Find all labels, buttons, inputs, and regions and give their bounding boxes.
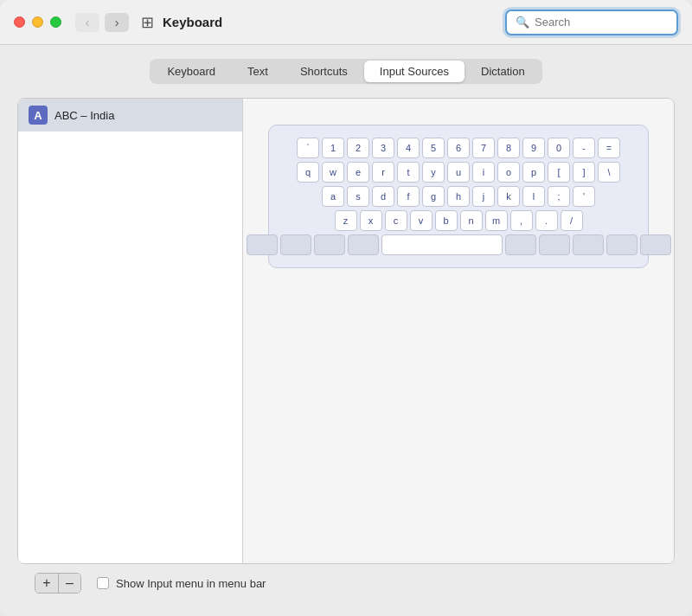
checkbox-area: Show Input menu in menu bar: [97, 577, 266, 590]
key-b[interactable]: b: [435, 210, 458, 231]
key-h[interactable]: h: [447, 186, 470, 207]
sidebar-item-abc-india[interactable]: A ABC – India: [18, 99, 242, 132]
forward-button[interactable]: ›: [105, 13, 129, 32]
search-input[interactable]: [535, 16, 668, 29]
key-i[interactable]: i: [472, 162, 495, 183]
key-q[interactable]: q: [297, 162, 319, 183]
add-remove-buttons: + –: [35, 573, 81, 594]
key-k[interactable]: k: [497, 186, 520, 207]
key-5[interactable]: 5: [422, 138, 445, 158]
key-u[interactable]: u: [447, 162, 470, 183]
key-e[interactable]: e: [347, 162, 369, 183]
key-2[interactable]: 2: [347, 138, 369, 158]
key-comma[interactable]: ,: [510, 210, 533, 231]
key-updown[interactable]: [606, 234, 638, 255]
key-quote[interactable]: ': [573, 186, 595, 207]
keyboard-row-3: a s d f g h j k l ; ': [283, 186, 634, 207]
key-d[interactable]: d: [372, 186, 394, 207]
search-icon: 🔍: [516, 16, 529, 29]
tab-dictation[interactable]: Dictation: [465, 61, 541, 82]
nav-buttons: ‹ ›: [75, 13, 129, 32]
key-f[interactable]: f: [397, 186, 420, 207]
search-bar: 🔍: [505, 10, 678, 35]
checkbox-label: Show Input menu in menu bar: [116, 577, 266, 590]
key-v[interactable]: v: [410, 210, 432, 231]
key-x[interactable]: x: [360, 210, 382, 231]
key-ctrl[interactable]: [280, 234, 311, 255]
tab-input-sources[interactable]: Input Sources: [364, 61, 465, 82]
key-1[interactable]: 1: [322, 138, 344, 158]
grid-icon[interactable]: ⊞: [141, 13, 154, 32]
window-controls: [14, 16, 61, 28]
add-source-button[interactable]: +: [35, 574, 58, 593]
window-title: Keyboard: [163, 15, 505, 29]
tab-keyboard[interactable]: Keyboard: [151, 61, 231, 82]
key-6[interactable]: 6: [447, 138, 470, 158]
sidebar-item-icon: A: [29, 106, 48, 125]
key-7[interactable]: 7: [472, 138, 495, 158]
minimize-button[interactable]: [32, 16, 43, 28]
keyboard-row-4: z x c v b n m , . /: [283, 210, 634, 231]
key-slash[interactable]: /: [561, 210, 583, 231]
key-equals[interactable]: =: [598, 138, 620, 158]
title-bar: ‹ › ⊞ Keyboard 🔍: [0, 0, 692, 45]
key-g[interactable]: g: [422, 186, 445, 207]
keyboard-row-1: ` 1 2 3 4 5 6 7 8 9 0 - =: [283, 138, 634, 158]
remove-source-button[interactable]: –: [58, 574, 80, 593]
key-p[interactable]: p: [522, 162, 545, 183]
key-0[interactable]: 0: [548, 138, 570, 158]
tabs: Keyboard Text Shortcuts Input Sources Di…: [150, 59, 541, 84]
key-m[interactable]: m: [485, 210, 508, 231]
key-y[interactable]: y: [422, 162, 445, 183]
keyboard-row-5: [283, 234, 634, 255]
key-lbracket[interactable]: [: [548, 162, 570, 183]
key-space[interactable]: [381, 234, 503, 255]
bottom-bar: + – Show Input menu in menu bar: [17, 564, 675, 602]
key-4[interactable]: 4: [397, 138, 420, 158]
key-right[interactable]: [640, 234, 671, 255]
key-rbracket[interactable]: ]: [573, 162, 595, 183]
key-cmd-right[interactable]: [505, 234, 536, 255]
key-o[interactable]: o: [497, 162, 520, 183]
key-t[interactable]: t: [397, 162, 420, 183]
sidebar-item-label: ABC – India: [54, 109, 114, 122]
key-a[interactable]: a: [322, 186, 344, 207]
key-fn[interactable]: [247, 234, 278, 255]
key-left[interactable]: [573, 234, 604, 255]
key-semicolon[interactable]: ;: [548, 186, 570, 207]
tab-shortcuts[interactable]: Shortcuts: [285, 61, 363, 82]
key-backslash[interactable]: \: [598, 162, 620, 183]
key-period[interactable]: .: [535, 210, 558, 231]
right-panel: ` 1 2 3 4 5 6 7 8 9 0 - = q w: [243, 99, 674, 563]
key-9[interactable]: 9: [522, 138, 545, 158]
keyboard-visual: ` 1 2 3 4 5 6 7 8 9 0 - = q w: [268, 125, 649, 268]
key-3[interactable]: 3: [372, 138, 394, 158]
key-s[interactable]: s: [347, 186, 369, 207]
key-alt[interactable]: [314, 234, 345, 255]
content-area: Keyboard Text Shortcuts Input Sources Di…: [0, 45, 692, 616]
tab-text[interactable]: Text: [232, 61, 284, 82]
key-c[interactable]: c: [385, 210, 407, 231]
key-backtick[interactable]: `: [297, 138, 319, 158]
key-w[interactable]: w: [322, 162, 344, 183]
back-button[interactable]: ‹: [75, 13, 99, 32]
key-minus[interactable]: -: [573, 138, 595, 158]
fullscreen-button[interactable]: [50, 16, 61, 28]
close-button[interactable]: [14, 16, 25, 28]
key-n[interactable]: n: [460, 210, 483, 231]
key-cmd-left[interactable]: [348, 234, 379, 255]
key-r[interactable]: r: [372, 162, 394, 183]
show-input-menu-checkbox[interactable]: [97, 577, 109, 589]
tabs-container: Keyboard Text Shortcuts Input Sources Di…: [17, 59, 675, 84]
keyboard-row-2: q w e r t y u i o p [ ] \: [283, 162, 634, 183]
key-l[interactable]: l: [522, 186, 545, 207]
key-j[interactable]: j: [472, 186, 495, 207]
key-alt-right[interactable]: [539, 234, 570, 255]
sidebar: A ABC – India: [18, 99, 243, 563]
key-8[interactable]: 8: [497, 138, 520, 158]
main-panel: A ABC – India ` 1 2 3 4 5 6 7 8 9: [17, 98, 675, 564]
key-z[interactable]: z: [335, 210, 357, 231]
